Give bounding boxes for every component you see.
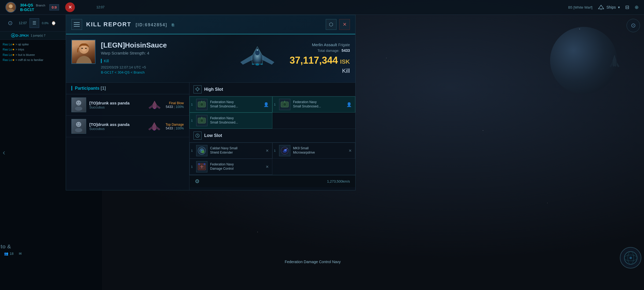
online-number: 18 (10, 252, 13, 256)
high-slot-item[interactable]: 1 Federation NavySmall Snubnosed... (189, 113, 272, 129)
slot-item-icon (196, 99, 207, 110)
slot-number: 1 (274, 103, 276, 106)
high-slot-item[interactable]: 1 Federation NavySmall Snubnosed... 👤 (272, 96, 355, 113)
remove-item-button[interactable]: ✕ (266, 148, 269, 153)
svg-point-13 (255, 63, 259, 65)
collapse-arrow[interactable]: ‹ (3, 148, 5, 157)
mail-icon[interactable]: ✉ (19, 252, 22, 256)
low-slot-item[interactable]: 1 Federation (189, 159, 272, 175)
final-blow-label: Final Blow (166, 101, 184, 105)
participant-ship-thumbnail (147, 100, 163, 110)
current-system[interactable]: B-GC1T (20, 8, 45, 12)
kill-result: Kill (290, 67, 350, 74)
svg-text:+: + (202, 151, 204, 153)
copy-icon[interactable]: ⎘ (172, 23, 174, 27)
participant-name: [TO]drunk ass panda (89, 122, 143, 127)
svg-point-64 (629, 256, 632, 259)
low-slot-header: Low Slot (189, 129, 355, 143)
search-icon[interactable]: ⊕ (635, 4, 639, 10)
low-slot-items: 1 + Caldari Navy SmallShield Extender (189, 143, 355, 175)
modal-bottom-bar: ⚙ 1,273,500km/s (189, 175, 355, 187)
svg-point-30 (79, 124, 80, 124)
slot-item-name: Federation NavySmall Snubnosed... (293, 100, 344, 108)
chat-sender: Ras Lo (3, 58, 12, 61)
victim-info: [LEGN]HoisinSauce Warp Scramble Strength… (96, 40, 230, 77)
nearby-system-info: B5 [White Warf] (568, 5, 592, 9)
participant-ship: Succubus (89, 127, 143, 131)
kill-tag: Kill (101, 59, 109, 63)
participant-avatar (71, 97, 86, 112)
modal-close-button[interactable]: ✕ (339, 19, 350, 30)
svg-point-60 (204, 163, 205, 165)
player-avatar[interactable] (5, 2, 16, 13)
far-right-panel: ⊙ (623, 15, 644, 290)
top-damage-label: Top Damage (166, 123, 184, 126)
chat-menu-button[interactable]: ☰ (30, 18, 39, 28)
remove-item-button[interactable]: ✕ (266, 165, 269, 169)
slot-item-icon (279, 145, 290, 156)
system-timer: 0:9 (49, 4, 59, 10)
settings-gear-button[interactable]: ⚙ (195, 178, 200, 184)
low-slot-item[interactable]: 1 MK9 SmallMicrowarpdrive ✕ (272, 143, 355, 159)
close-system-button[interactable]: ✕ (65, 2, 75, 12)
svg-line-38 (203, 101, 204, 102)
svg-marker-31 (152, 122, 156, 130)
participants-header: Participants [1] (66, 83, 189, 94)
top-bar-right: B5 [White Warf] Ships ▾ ⊟ ⊕ (568, 4, 644, 10)
low-slot-item[interactable]: 1 + Caldari Navy SmallShield Extender (189, 143, 272, 159)
kill-date: 2022/03/29 12:07:14 UTC +5 (101, 65, 225, 69)
modal-body: Participants [1] (66, 83, 355, 190)
planet-decoration (550, 27, 617, 94)
hamburger-menu-button[interactable] (71, 19, 82, 30)
modal-title: KILL REPORT [ID:6942854] ⎘ (86, 21, 174, 28)
participant-ship: Succubus (89, 105, 143, 109)
svg-point-59 (198, 163, 200, 165)
svg-point-19 (76, 100, 81, 106)
slot-number: 1 (191, 119, 193, 122)
top-navigation-bar: 304-QS Branch B-GC1T 0:9 ✕ 12:07 B5 [Whi… (0, 0, 644, 15)
people-icon: 👥 (4, 252, 8, 256)
parent-system[interactable]: 304-QS Branch (20, 3, 45, 8)
slot-item-name: Federation NavySmall Snubnosed... (210, 116, 269, 125)
clock-icon: ⌚ (51, 21, 56, 25)
participant-name: [TO]drunk ass panda (89, 101, 143, 105)
navigation-orb[interactable] (620, 247, 641, 269)
slot-item-icon (196, 161, 207, 172)
participant-info: [TO]drunk ass panda Succubus (89, 122, 143, 131)
svg-point-22 (79, 102, 80, 103)
svg-point-9 (85, 48, 87, 49)
stat-percentage: 0.0% (42, 21, 49, 25)
svg-marker-23 (152, 101, 157, 108)
ships-dropdown[interactable]: Ships ▾ (598, 5, 620, 10)
damage-stats: 5433 | 100% (166, 105, 184, 109)
participant-row[interactable]: [TO]drunk ass panda Succubus Top Da (66, 116, 189, 137)
jump-icon[interactable]: ⊙ (627, 19, 640, 32)
low-slot-title: Low Slot (204, 133, 222, 138)
svg-marker-25 (156, 104, 160, 109)
svg-marker-24 (149, 104, 153, 109)
isk-value-line: 37,117,344 ISK (290, 54, 350, 65)
participant-stats: Top Damage 5433 | 100% (166, 123, 184, 130)
slot-number: 1 (191, 149, 193, 152)
wifi-icon: ⊙ (4, 17, 16, 29)
svg-point-40 (283, 103, 286, 106)
filter-icon[interactable]: ⊟ (625, 4, 629, 10)
svg-point-43 (200, 119, 203, 122)
report-id: [ID:6942854] (136, 23, 167, 27)
chat-sender: Ras Lo (3, 43, 12, 46)
high-slot-item[interactable]: 1 Federation NavySmall Snubnosed... 👤 (189, 96, 272, 113)
svg-point-21 (77, 102, 78, 103)
export-button[interactable]: ⬡ (326, 19, 336, 30)
participants-title: Participants [1] (71, 86, 106, 90)
modal-actions: ⬡ ✕ (326, 19, 350, 30)
waypoint-icon (11, 33, 16, 38)
victim-name: [LEGN]HoisinSauce (101, 41, 225, 49)
remove-item-button[interactable]: ✕ (349, 148, 352, 153)
fitted-by-icon: 👤 (264, 102, 269, 107)
svg-marker-11 (240, 55, 253, 64)
participant-info: [TO]drunk ass panda Succubus (89, 101, 143, 109)
hamburger-line (74, 24, 80, 25)
hamburger-line (74, 22, 80, 23)
participant-row[interactable]: [TO]drunk ass panda Succubus (66, 94, 189, 116)
svg-point-36 (200, 103, 203, 106)
